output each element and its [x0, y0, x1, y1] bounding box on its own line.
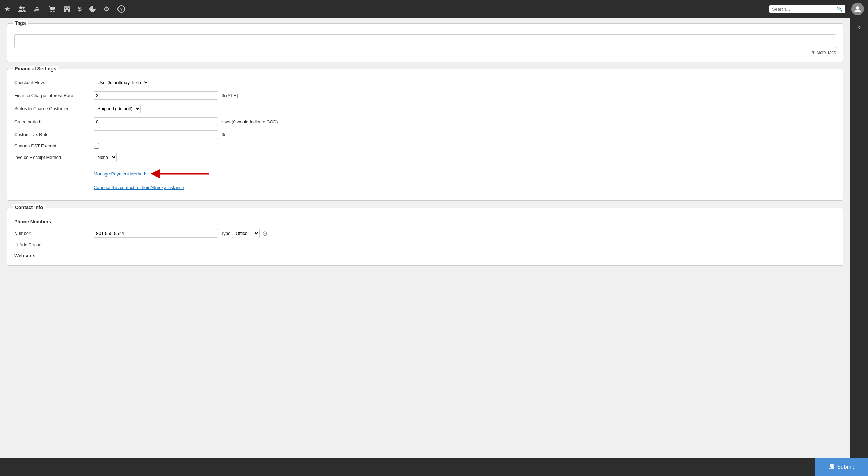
svg-rect-8: [66, 10, 68, 12]
svg-point-0: [19, 6, 22, 9]
phone-type-select[interactable]: Office Mobile Home Fax: [232, 229, 260, 238]
checkout-flow-select[interactable]: Use Default(pay_first) pay_first pay_lat…: [94, 78, 149, 87]
right-sidebar: »: [850, 18, 868, 458]
invoice-receipt-label: Invoice Receipt Method: [14, 155, 94, 160]
grace-period-input[interactable]: [94, 117, 218, 126]
contact-info-title: Contact Info: [13, 204, 45, 210]
users-icon[interactable]: [18, 6, 26, 12]
connect-contact-link[interactable]: Connect this contact to their Allmoxy in…: [94, 185, 184, 190]
svg-rect-14: [830, 464, 833, 466]
status-charge-row: Status to Charge Customer: Shipped (Defa…: [14, 104, 836, 113]
financial-settings-title: Financial Settings: [13, 66, 58, 72]
canada-pst-checkbox[interactable]: [94, 143, 99, 149]
bottom-bar: Submit: [0, 458, 868, 476]
submit-label: Submit: [837, 464, 854, 470]
status-charge-label: Status to Charge Customer:: [14, 106, 94, 111]
building-icon[interactable]: [64, 6, 70, 12]
grace-period-label: Grace period:: [14, 119, 94, 124]
search-box[interactable]: 🔍: [769, 5, 845, 13]
phone-number-row: Number: Type Office Mobile Home Fax ⊖: [14, 229, 836, 238]
search-icon: 🔍: [837, 6, 842, 12]
svg-point-3: [53, 11, 55, 12]
manage-payment-row: Manage Payment Methods: [14, 166, 836, 181]
question-icon[interactable]: ?: [117, 5, 125, 13]
finance-charge-suffix: % (APR): [221, 93, 238, 98]
svg-rect-7: [68, 8, 69, 9]
search-input[interactable]: [772, 7, 837, 12]
top-navigation: ★: [0, 0, 868, 18]
submit-save-icon: [829, 464, 834, 470]
canada-pst-row: Canada PST Exempt:: [14, 143, 836, 149]
svg-marker-12: [151, 169, 160, 179]
manage-payment-link[interactable]: Manage Payment Methods: [94, 171, 147, 177]
add-phone-icon: ⊕: [14, 242, 18, 247]
canada-pst-label: Canada PST Exempt:: [14, 143, 94, 149]
custom-tax-input[interactable]: [94, 130, 218, 139]
nav-icons: ★: [4, 5, 769, 13]
add-phone-button[interactable]: ⊕ Add Phone: [14, 242, 836, 247]
checkout-flow-row: Checkout Flow: Use Default(pay_first) pa…: [14, 78, 836, 87]
svg-point-2: [50, 11, 52, 12]
star-icon[interactable]: ★: [4, 5, 10, 13]
invoice-receipt-select[interactable]: None Email Print Both: [94, 153, 117, 162]
phone-numbers-subtitle: Phone Numbers: [14, 219, 836, 225]
svg-point-1: [22, 7, 25, 9]
invoice-receipt-row: Invoice Receipt Method None Email Print …: [14, 153, 836, 162]
finance-charge-input[interactable]: [94, 91, 218, 100]
phone-number-input[interactable]: [94, 229, 218, 238]
dollar-icon[interactable]: $: [78, 6, 82, 13]
submit-button[interactable]: Submit: [815, 458, 868, 476]
tags-section: Tags ▼ More Tags: [7, 23, 843, 62]
phone-type-label: Type: [221, 231, 230, 236]
main-content: Tags ▼ More Tags Financial Settings Chec…: [0, 18, 850, 458]
svg-rect-5: [64, 6, 70, 8]
tags-input[interactable]: [14, 34, 836, 48]
recycle-icon[interactable]: [33, 6, 41, 12]
user-avatar[interactable]: [851, 3, 864, 15]
gear-icon[interactable]: ⚙: [104, 5, 110, 13]
status-charge-select[interactable]: Shipped (Default) Delivered Invoiced: [94, 104, 141, 113]
main-layout: Tags ▼ More Tags Financial Settings Chec…: [0, 18, 868, 458]
finance-charge-label: Finance Charge Interest Rate:: [14, 93, 94, 98]
contact-info-section: Contact Info Phone Numbers Number: Type …: [7, 208, 843, 266]
svg-rect-15: [830, 466, 833, 468]
red-arrow-annotation: [151, 166, 213, 181]
expand-sidebar-button[interactable]: »: [857, 23, 861, 31]
grace-period-row: Grace period: days (0 would indicate COD…: [14, 117, 836, 126]
finance-charge-row: Finance Charge Interest Rate: % (APR): [14, 91, 836, 100]
financial-settings-section: Financial Settings Checkout Flow: Use De…: [7, 69, 843, 201]
checkout-flow-label: Checkout Flow:: [14, 80, 94, 85]
grace-period-suffix: days (0 would indicate COD): [221, 119, 278, 124]
cart-icon[interactable]: [48, 6, 56, 12]
remove-phone-button[interactable]: ⊖: [262, 230, 267, 237]
svg-rect-6: [65, 8, 66, 9]
more-tags-button[interactable]: ▼ More Tags: [14, 50, 836, 55]
connect-contact-row: Connect this contact to their Allmoxy in…: [14, 185, 836, 190]
custom-tax-suffix: %: [221, 132, 225, 137]
pie-chart-icon[interactable]: [89, 6, 96, 12]
svg-point-10: [856, 6, 859, 10]
websites-subtitle: Websites: [14, 253, 836, 258]
svg-rect-16: [830, 467, 831, 468]
phone-number-label: Number:: [14, 231, 94, 236]
tags-title: Tags: [13, 20, 28, 26]
red-arrow-svg: [151, 166, 213, 181]
custom-tax-row: Custom Tax Rate: %: [14, 130, 836, 139]
add-phone-label: Add Phone: [19, 242, 41, 247]
custom-tax-label: Custom Tax Rate:: [14, 132, 94, 137]
